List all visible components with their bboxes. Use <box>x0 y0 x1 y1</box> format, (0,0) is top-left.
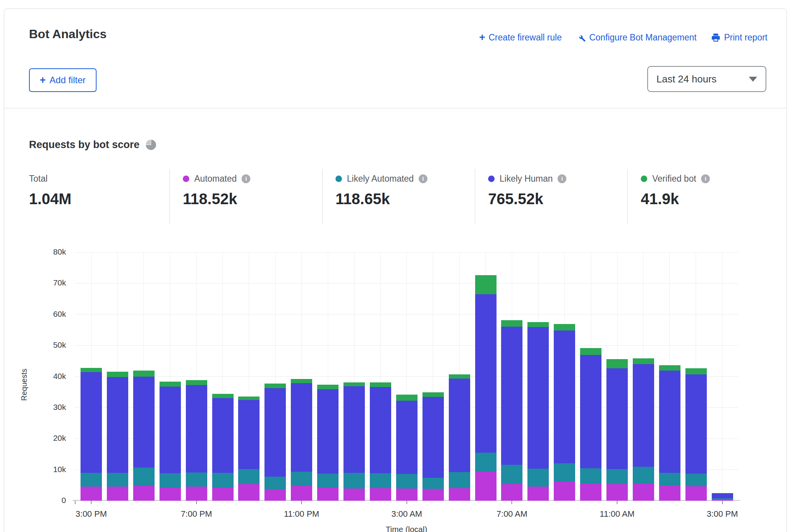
axis-tick <box>91 501 92 504</box>
bar-segment-verified-bot <box>580 348 601 355</box>
bar-segment-likely-automated <box>633 467 654 484</box>
bar-segment-verified-bot <box>343 382 365 386</box>
bar-segment-likely-human <box>160 387 181 473</box>
bar-segment-automated <box>633 484 654 501</box>
bar-segment-likely-automated <box>685 474 707 486</box>
bar-segment-likely-automated <box>422 478 444 489</box>
bar-segment-likely-automated <box>160 473 181 488</box>
print-report-link[interactable]: Print report <box>711 32 767 43</box>
create-firewall-rule-label: Create firewall rule <box>489 32 562 43</box>
add-filter-button[interactable]: + Add filter <box>29 68 97 92</box>
bar-segment-likely-human <box>633 364 654 467</box>
bar-segment-likely-human <box>449 379 470 472</box>
pie-chart-icon <box>146 140 156 150</box>
stat-automated-label: Automated <box>194 174 237 184</box>
bar-segment-verified-bot <box>633 358 654 364</box>
y-axis-tick-label: 20k <box>39 434 66 443</box>
page-title: Bot Analytics <box>29 27 106 41</box>
verified-bot-legend-dot <box>641 176 647 182</box>
bar-segment-automated <box>475 472 497 501</box>
stat-likely-human-value: 765.52k <box>488 190 566 208</box>
stat-likely-automated: Likely Automated i 118.65k <box>335 173 427 208</box>
configure-bot-management-link[interactable]: Configure Bot Management <box>576 32 696 43</box>
axis-tick <box>75 501 76 504</box>
bar-segment-verified-bot <box>712 493 733 493</box>
stat-automated-value: 118.52k <box>183 190 250 208</box>
bar-segment-automated <box>580 484 601 501</box>
bar-segment-likely-human <box>264 388 286 477</box>
stat-likely-automated-value: 118.65k <box>335 190 427 208</box>
bar-segment-likely-automated <box>107 473 128 487</box>
bar-segment-likely-automated <box>343 473 365 489</box>
stat-likely-human-label: Likely Human <box>500 174 553 184</box>
bar-segment-verified-bot <box>212 394 234 398</box>
bar-segment-automated <box>186 487 207 501</box>
bar-segment-verified-bot <box>133 371 155 376</box>
bar-segment-verified-bot <box>370 382 391 387</box>
bar-segment-verified-bot <box>606 359 628 368</box>
stat-verified-bot: Verified bot i 41.9k <box>641 173 710 208</box>
stat-verified-bot-value: 41.9k <box>641 190 710 208</box>
info-icon[interactable]: i <box>242 174 250 183</box>
bar-segment-automated <box>160 488 181 501</box>
bar-segment-automated <box>81 487 102 501</box>
bar-segment-automated <box>501 484 522 501</box>
info-icon[interactable]: i <box>701 174 710 183</box>
bar-segment-likely-automated <box>186 472 207 487</box>
bar-segment-likely-automated <box>606 469 628 484</box>
bar-segment-likely-automated <box>238 469 260 484</box>
time-range-dropdown[interactable]: Last 24 hours <box>647 66 766 92</box>
chevron-down-icon <box>749 77 757 82</box>
stat-total-label: Total <box>29 174 48 184</box>
bar-segment-verified-bot <box>527 322 549 327</box>
info-icon[interactable]: i <box>419 174 427 183</box>
bar-segment-verified-bot <box>186 380 207 385</box>
bot-analytics-card: Bot Analytics + Create firewall rule Con… <box>4 8 787 532</box>
x-axis-tick-label: 3:00 PM <box>707 509 738 519</box>
x-axis-tick-label: 3:00 AM <box>391 509 422 519</box>
bar-segment-verified-bot <box>238 397 260 400</box>
bar-segment-automated <box>317 488 339 501</box>
x-axis-tick-label: 3:00 PM <box>76 509 107 519</box>
bar-segment-likely-human <box>133 377 155 468</box>
bar-segment-likely-human <box>712 493 733 498</box>
likely-human-legend-dot <box>488 176 495 182</box>
y-axis-tick-label: 60k <box>39 310 66 319</box>
bar-segment-likely-human <box>343 386 365 473</box>
stat-divider <box>322 169 322 224</box>
bar-segment-likely-human <box>370 387 391 473</box>
axis-tick <box>722 501 723 504</box>
y-axis-tick-label: 80k <box>39 247 66 256</box>
info-icon[interactable]: i <box>558 174 566 183</box>
bar-segment-likely-automated <box>554 463 575 482</box>
section-title: Requests by bot score <box>29 139 156 151</box>
create-firewall-rule-link[interactable]: + Create firewall rule <box>479 32 562 43</box>
x-axis-tick-label: 7:00 PM <box>181 509 212 519</box>
y-axis-title: Requests <box>20 369 29 401</box>
stat-divider <box>475 169 475 224</box>
bar-segment-likely-human <box>291 383 312 472</box>
stat-verified-bot-label: Verified bot <box>652 174 696 184</box>
bar-segment-automated <box>370 488 391 501</box>
bar-segment-likely-automated <box>501 465 522 484</box>
printer-icon <box>711 33 721 42</box>
header-actions: + Create firewall rule Configure Bot Man… <box>479 32 767 43</box>
axis-tick <box>301 501 302 504</box>
axis-tick <box>511 501 512 504</box>
bar-segment-likely-human <box>475 294 497 453</box>
stat-total-value: 1.04M <box>29 190 71 208</box>
bar-segment-likely-human <box>317 389 339 474</box>
bar-segment-automated <box>212 488 234 501</box>
bar-segment-likely-automated <box>475 453 497 472</box>
y-axis-tick-label: 10k <box>39 465 66 474</box>
axis-tick <box>617 501 617 504</box>
bar-segment-likely-automated <box>527 469 549 486</box>
y-axis-tick-label: 40k <box>39 372 66 381</box>
bar-segment-automated <box>685 486 707 501</box>
plus-icon: + <box>40 75 46 85</box>
bar-segment-verified-bot <box>291 379 312 383</box>
bar-segment-likely-human <box>580 355 601 468</box>
bar-segment-likely-human <box>396 401 418 474</box>
bar-segment-likely-automated <box>580 468 601 484</box>
bar-segment-automated <box>343 488 365 501</box>
